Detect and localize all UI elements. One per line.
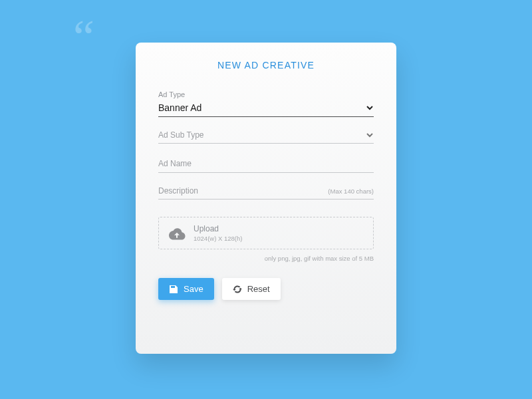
- field-ad-sub-type: Ad Sub Type: [158, 130, 374, 144]
- field-description: Description (Max 140 chars): [158, 186, 374, 200]
- ad-type-select[interactable]: Banner Ad: [158, 102, 374, 117]
- field-ad-name: [158, 157, 374, 173]
- ad-creative-form-card: NEW AD CREATIVE Ad Type Banner Ad Ad Sub…: [136, 43, 396, 354]
- save-icon: [169, 285, 178, 294]
- field-upload: Upload 1024(w) X 128(h) only png, jpg, g…: [158, 217, 374, 262]
- ad-name-input[interactable]: [158, 159, 374, 168]
- reset-button[interactable]: Reset: [222, 278, 281, 300]
- description-hint: (Max 140 chars): [328, 188, 374, 195]
- ad-sub-type-placeholder: Ad Sub Type: [158, 130, 204, 140]
- save-label: Save: [184, 284, 203, 294]
- chevron-down-icon: [366, 131, 374, 139]
- upload-dropzone[interactable]: Upload 1024(w) X 128(h): [158, 217, 374, 249]
- button-row: Save Reset: [158, 278, 374, 300]
- quote-decoration: “: [73, 13, 94, 61]
- upload-dimensions: 1024(w) X 128(h): [194, 235, 242, 242]
- save-button[interactable]: Save: [158, 278, 214, 300]
- refresh-icon: [233, 285, 242, 294]
- upload-label: Upload: [194, 224, 242, 233]
- chevron-down-icon: [366, 104, 374, 112]
- reset-label: Reset: [247, 284, 270, 294]
- cloud-upload-icon: [168, 226, 186, 241]
- ad-sub-type-select[interactable]: Ad Sub Type: [158, 130, 374, 144]
- field-ad-type: Ad Type Banner Ad: [158, 90, 374, 117]
- card-title: NEW AD CREATIVE: [158, 60, 374, 70]
- description-placeholder: Description: [158, 186, 198, 196]
- ad-type-value: Banner Ad: [158, 102, 201, 113]
- description-input[interactable]: Description (Max 140 chars): [158, 186, 374, 200]
- upload-hint: only png, jpg, gif with max size of 5 MB: [158, 255, 374, 262]
- ad-type-label: Ad Type: [158, 90, 374, 98]
